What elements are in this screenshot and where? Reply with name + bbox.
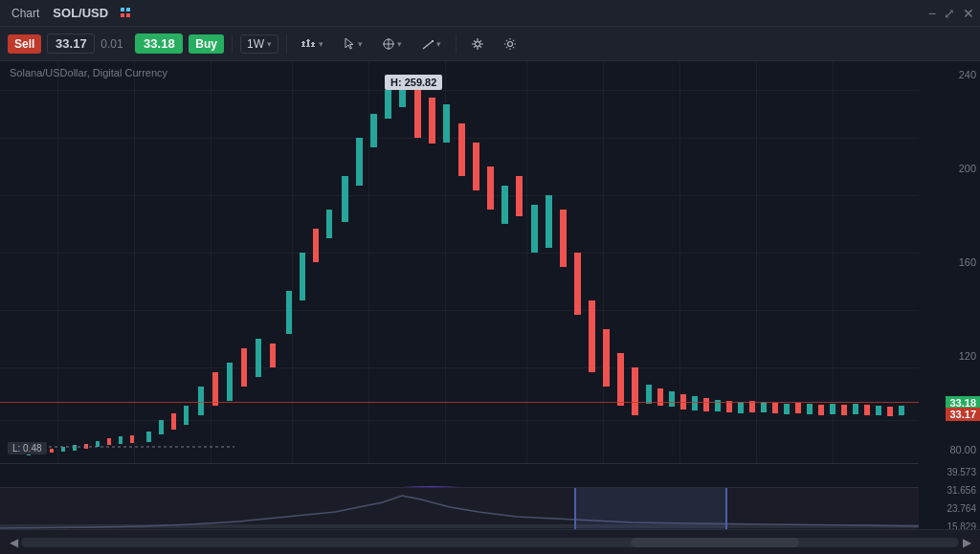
svg-rect-155 xyxy=(899,406,904,415)
scroll-left-button[interactable]: ◀ xyxy=(6,535,21,550)
svg-rect-137 xyxy=(795,403,801,413)
svg-rect-5 xyxy=(301,42,305,43)
svg-rect-133 xyxy=(772,403,778,413)
svg-rect-145 xyxy=(841,405,847,415)
sell-price-display: 33.17 xyxy=(47,33,95,54)
svg-rect-160 xyxy=(725,488,727,530)
svg-rect-49 xyxy=(198,387,204,415)
spread-display: 0.01 xyxy=(100,37,129,51)
svg-rect-37 xyxy=(119,436,122,444)
svg-rect-89 xyxy=(487,166,494,210)
svg-rect-107 xyxy=(617,353,624,406)
svg-rect-143 xyxy=(830,404,835,414)
svg-point-18 xyxy=(476,41,480,46)
candlestick-chart xyxy=(0,61,919,463)
price-80: 80.00 xyxy=(926,444,976,455)
mini-chart-svg xyxy=(0,488,919,530)
svg-rect-99 xyxy=(560,210,567,267)
svg-rect-53 xyxy=(227,363,233,401)
svg-rect-135 xyxy=(784,404,790,414)
sell-button[interactable]: Sell xyxy=(8,34,41,54)
price-240: 240 xyxy=(926,69,976,80)
svg-rect-51 xyxy=(212,372,218,406)
mini-overview-chart[interactable] xyxy=(0,487,919,529)
scrollbar-thumb[interactable] xyxy=(631,538,799,547)
toolbar: Sell 33.17 0.01 33.18 Buy 1W ▾ ▾ ▾ xyxy=(0,27,980,61)
window-controls: − ⤢ ✕ xyxy=(928,6,974,21)
svg-rect-83 xyxy=(443,104,450,143)
symbol-icon[interactable] xyxy=(116,3,137,24)
svg-rect-121 xyxy=(703,398,709,411)
chart-type-chevron: ▾ xyxy=(319,39,323,49)
svg-rect-47 xyxy=(184,406,189,425)
chart-subtitle: Solana/USDollar, Digital Currency xyxy=(10,67,167,78)
svg-rect-81 xyxy=(429,98,435,144)
scrollbar-track[interactable] xyxy=(21,538,959,547)
price-120: 120 xyxy=(926,350,976,362)
scrollbar-area: ◀ ▶ xyxy=(0,529,980,554)
crosshair-button[interactable]: ▾ xyxy=(375,33,409,55)
svg-rect-67 xyxy=(326,210,332,238)
svg-rect-79 xyxy=(414,85,421,138)
cursor-tool-button[interactable]: ▾ xyxy=(336,33,369,55)
low-tooltip: L: 0.48 xyxy=(8,442,47,454)
svg-rect-43 xyxy=(159,420,164,434)
svg-rect-115 xyxy=(669,391,675,407)
svg-rect-41 xyxy=(146,432,151,442)
svg-rect-147 xyxy=(853,404,858,414)
svg-rect-0 xyxy=(121,8,124,11)
svg-rect-17 xyxy=(432,40,434,42)
draw-chevron: ▾ xyxy=(436,39,441,49)
svg-rect-119 xyxy=(692,396,698,410)
svg-rect-6 xyxy=(301,46,305,47)
timeframe-dropdown[interactable]: 1W ▾ xyxy=(240,34,278,54)
svg-rect-45 xyxy=(171,413,176,430)
price-160: 160 xyxy=(926,256,976,268)
svg-rect-63 xyxy=(300,253,305,300)
svg-rect-127 xyxy=(738,402,744,413)
buy-button[interactable]: Buy xyxy=(189,34,224,54)
svg-rect-71 xyxy=(356,138,363,186)
chart-area: Solana/USDollar, Digital Currency xyxy=(0,61,980,554)
vol-31: 31.656 xyxy=(926,485,976,496)
chart-label: Chart xyxy=(6,7,45,20)
svg-rect-55 xyxy=(241,348,247,387)
svg-rect-39 xyxy=(130,435,134,443)
svg-rect-101 xyxy=(574,253,581,315)
draw-tool-button[interactable]: ▾ xyxy=(414,33,448,55)
minimize-button[interactable]: − xyxy=(928,6,936,21)
svg-rect-95 xyxy=(531,205,538,253)
svg-rect-11 xyxy=(311,43,315,44)
svg-rect-25 xyxy=(50,449,54,453)
svg-rect-1 xyxy=(126,8,130,11)
chart-type-button[interactable]: ▾ xyxy=(295,33,330,55)
svg-rect-73 xyxy=(370,114,377,147)
svg-rect-61 xyxy=(286,291,292,334)
svg-rect-131 xyxy=(761,402,767,412)
svg-rect-3 xyxy=(126,13,130,17)
svg-rect-87 xyxy=(473,143,479,190)
high-tooltip: H: 259.82 xyxy=(385,75,442,90)
cursor-chevron: ▾ xyxy=(358,39,363,49)
svg-rect-151 xyxy=(876,406,881,415)
crosshair-chevron: ▾ xyxy=(397,39,402,49)
svg-rect-105 xyxy=(603,329,610,387)
sell-price-tag: 33.17 xyxy=(946,408,980,421)
svg-rect-111 xyxy=(646,385,652,404)
timeframe-chevron: ▾ xyxy=(267,39,272,49)
svg-rect-97 xyxy=(546,195,552,248)
maximize-button[interactable]: ⤢ xyxy=(944,6,955,21)
settings-button[interactable] xyxy=(497,33,523,55)
vol-23: 23.764 xyxy=(926,503,976,514)
svg-rect-85 xyxy=(458,123,465,176)
vol-39: 39.573 xyxy=(926,467,976,477)
indicator-button[interactable] xyxy=(464,33,491,55)
separator-2 xyxy=(286,34,287,54)
current-price-line xyxy=(0,402,919,403)
svg-rect-59 xyxy=(270,343,276,367)
svg-rect-35 xyxy=(107,438,111,445)
svg-rect-65 xyxy=(313,229,319,262)
close-button[interactable]: ✕ xyxy=(963,6,974,21)
separator-1 xyxy=(232,34,233,54)
scroll-right-button[interactable]: ▶ xyxy=(959,535,974,550)
